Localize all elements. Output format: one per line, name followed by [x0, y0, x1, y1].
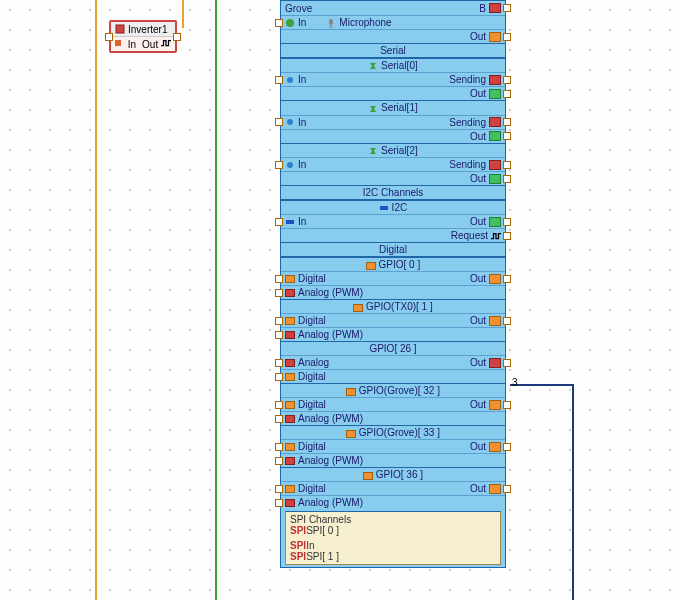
grove-b-label: B: [479, 3, 486, 14]
inverter-title-bar: Inverter1: [111, 22, 175, 37]
gpio1-p2-port[interactable]: [275, 331, 283, 339]
pulse-icon: [161, 38, 171, 48]
grove-in-port[interactable]: [275, 19, 283, 27]
out-icon: [489, 274, 501, 284]
serial-in-icon: [285, 75, 295, 85]
in-port-icon: [115, 38, 125, 48]
gpio0-p2-port[interactable]: [275, 289, 283, 297]
serial2-name: Serial[2]: [281, 143, 505, 157]
inverter-out-port[interactable]: [173, 33, 181, 41]
serial1-in-row: In Sending: [281, 115, 505, 129]
i2c-name: I2C: [281, 200, 505, 214]
gpio33-p2: Analog (PWM): [281, 453, 505, 467]
svg-rect-3: [329, 19, 333, 25]
out-icon: [489, 89, 501, 99]
analog-icon: [285, 359, 295, 367]
spi1: SPISPI[ 1 ]: [290, 551, 496, 562]
inverter-icon: [115, 24, 125, 34]
serial-in-icon: [285, 117, 295, 127]
digital-icon: [285, 485, 295, 493]
serial1-in-port[interactable]: [275, 118, 283, 126]
serial0-sending-port[interactable]: [503, 76, 511, 84]
main-device-block[interactable]: Grove B In Microphone Out Serial: [280, 0, 506, 568]
serial2-out-port[interactable]: [503, 175, 511, 183]
gpio26-out-port[interactable]: [503, 359, 511, 367]
spi-icon: SPI: [290, 540, 306, 551]
serial0-name: Serial[0]: [281, 58, 505, 72]
gpio1-name: GPIO(TX0)[ 1 ]: [281, 299, 505, 313]
gpio32-p1-port[interactable]: [275, 401, 283, 409]
svg-point-6: [287, 162, 293, 168]
gpio33-out-port[interactable]: [503, 443, 511, 451]
serial1-out-port[interactable]: [503, 132, 511, 140]
gpio32-out-port[interactable]: [503, 401, 511, 409]
grove-label: Grove: [285, 3, 312, 14]
serial1-name: Serial[1]: [281, 100, 505, 114]
gpio26-p2-port[interactable]: [275, 373, 283, 381]
wire-orange-stub: [182, 0, 184, 28]
serial0-in-port[interactable]: [275, 76, 283, 84]
i2c-req-row: Request: [281, 228, 505, 242]
out-icon: [489, 484, 501, 494]
inverter-out-label: Out: [142, 39, 158, 50]
gpio36-p1-port[interactable]: [275, 485, 283, 493]
gpio26-name: GPIO[ 26 ]: [281, 341, 505, 355]
svg-rect-8: [286, 220, 294, 224]
sending-icon: [489, 75, 501, 85]
grove-out-port[interactable]: [503, 33, 511, 41]
b-icon: [489, 3, 501, 13]
spi-icon: SPI: [290, 525, 306, 536]
gpio33-p1-port[interactable]: [275, 443, 283, 451]
gpio33-p2-port[interactable]: [275, 457, 283, 465]
gpio1-out-port[interactable]: [503, 317, 511, 325]
gpio32-p2: Analog (PWM): [281, 411, 505, 425]
wire-orange-left: [95, 0, 97, 600]
serial-header: Serial: [281, 43, 505, 58]
gpio0-p2: Analog (PWM): [281, 285, 505, 299]
i2c-in-row: In Out: [281, 214, 505, 228]
out-icon: [489, 316, 501, 326]
gpio26-p1-port[interactable]: [275, 359, 283, 367]
i2c-in-port[interactable]: [275, 218, 283, 226]
digital-icon: [285, 443, 295, 451]
sending-icon: [489, 117, 501, 127]
gpio36-name: GPIO[ 36 ]: [281, 467, 505, 481]
gpio-icon: [346, 430, 356, 438]
gpio33-name: GPIO(Grove)[ 33 ]: [281, 425, 505, 439]
inverter-in-port[interactable]: [105, 33, 113, 41]
gpio1-p1-port[interactable]: [275, 317, 283, 325]
i2c-header: I2C Channels: [281, 185, 505, 200]
i2c-in-icon: [285, 217, 295, 227]
analog-icon: [285, 499, 295, 507]
serial2-sending-port[interactable]: [503, 161, 511, 169]
grove-out-row: Out: [281, 29, 505, 43]
analog-icon: [285, 289, 295, 297]
gpio36-p2: Analog (PWM): [281, 495, 505, 509]
gpio0-out-port[interactable]: [503, 275, 511, 283]
gpio32-p2-port[interactable]: [275, 415, 283, 423]
gpio36-p2-port[interactable]: [275, 499, 283, 507]
gpio-icon: [346, 388, 356, 396]
gpio32-p1: DigitalOut: [281, 397, 505, 411]
wire-green-left: [215, 0, 217, 600]
inverter-node[interactable]: Inverter1 In Out: [109, 20, 177, 53]
inverter-body: In Out: [111, 37, 175, 51]
sending-icon: [489, 160, 501, 170]
digital-icon: [285, 401, 295, 409]
gpio36-p1: DigitalOut: [281, 481, 505, 495]
spi-in: SPIIn: [290, 540, 496, 551]
serial2-in-port[interactable]: [275, 161, 283, 169]
serial-icon: [368, 146, 378, 156]
spi-icon: SPI: [290, 551, 306, 562]
gpio-icon: [353, 304, 363, 312]
i2c-out-port[interactable]: [503, 218, 511, 226]
i2c-req-port[interactable]: [503, 232, 511, 240]
serial1-sending-port[interactable]: [503, 118, 511, 126]
inverter-in-label: In: [128, 39, 136, 50]
pulse-icon: [491, 231, 501, 241]
out-icon: [489, 131, 501, 141]
serial0-out-port[interactable]: [503, 90, 511, 98]
gpio0-p1-port[interactable]: [275, 275, 283, 283]
gpio36-out-port[interactable]: [503, 485, 511, 493]
grove-b-port[interactable]: [503, 4, 511, 12]
